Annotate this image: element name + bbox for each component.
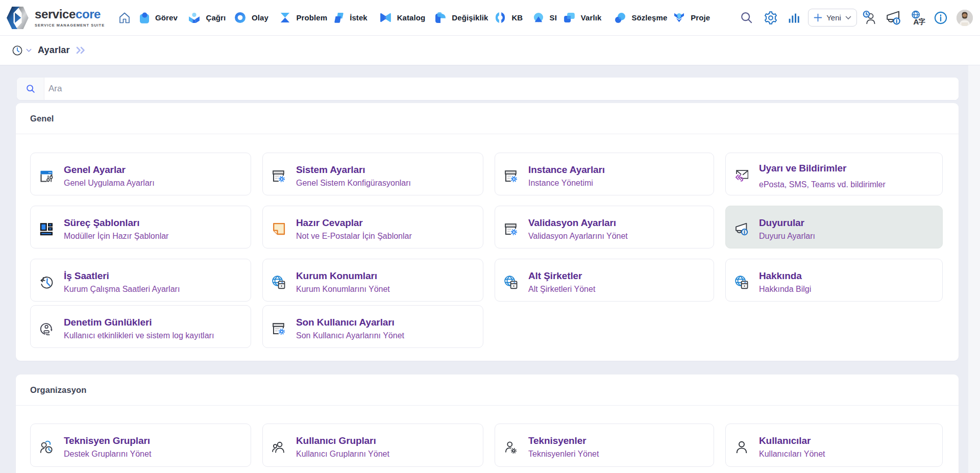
- svg-text:字: 字: [918, 17, 925, 25]
